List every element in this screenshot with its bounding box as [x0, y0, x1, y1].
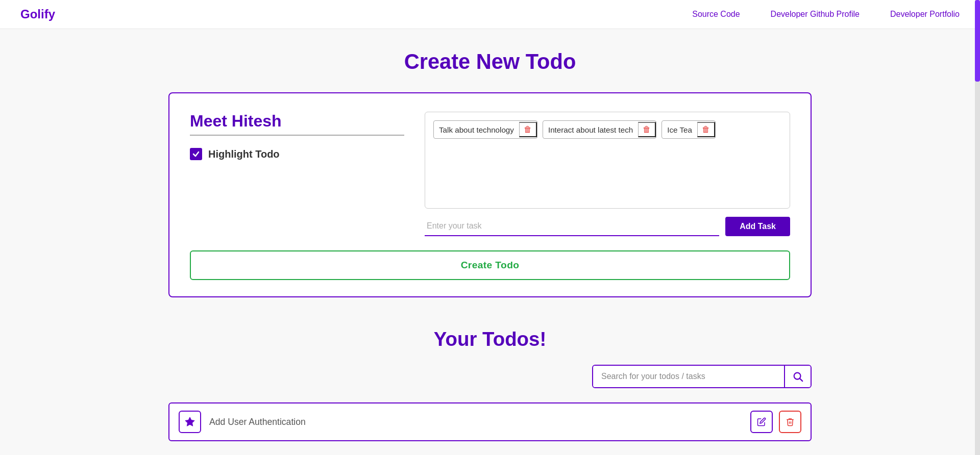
user-name: Meet Hitesh	[190, 112, 404, 136]
highlight-todo-checkbox[interactable]	[190, 148, 202, 160]
task-tag: Interact about latest tech🗑	[543, 120, 656, 139]
task-tag: Talk about technology🗑	[433, 120, 537, 139]
svg-marker-2	[185, 417, 194, 426]
navbar: Golify Source Code Developer Github Prof…	[0, 0, 980, 29]
trash-icon	[786, 417, 795, 426]
search-input[interactable]	[593, 366, 784, 387]
highlight-todo-container[interactable]: Highlight Todo	[190, 148, 404, 160]
todo-actions	[750, 411, 801, 433]
add-task-button[interactable]: Add Task	[725, 217, 790, 236]
main-content: Create New Todo Meet Hitesh Highlight To…	[158, 29, 822, 455]
card-left: Meet Hitesh Highlight Todo	[190, 112, 404, 236]
nav-links: Source Code Developer Github Profile Dev…	[692, 10, 960, 19]
task-tag-delete-button[interactable]: 🗑	[519, 122, 537, 137]
task-tag-text: Ice Tea	[662, 123, 697, 136]
trash-icon: 🗑	[524, 125, 532, 134]
todo-item-name: Add User Authentication	[209, 417, 742, 427]
tasks-display: Talk about technology🗑Interact about lat…	[425, 112, 790, 209]
checkmark-icon	[192, 150, 200, 158]
search-container	[592, 365, 812, 388]
task-tag-text: Talk about technology	[434, 123, 519, 136]
trash-icon: 🗑	[643, 125, 651, 134]
todos-section: Your Todos! Add User Authentication	[168, 328, 812, 441]
todo-edit-button[interactable]	[750, 411, 773, 433]
create-todo-card: Meet Hitesh Highlight Todo Talk about te…	[168, 92, 812, 297]
task-tag-text: Interact about latest tech	[543, 123, 638, 136]
scrollbar	[975, 0, 980, 455]
svg-line-1	[800, 378, 802, 381]
search-row	[168, 365, 812, 388]
edit-icon	[757, 417, 766, 426]
scrollbar-thumb	[975, 0, 980, 82]
card-right: Talk about technology🗑Interact about lat…	[425, 112, 790, 236]
task-tag-delete-button[interactable]: 🗑	[697, 122, 715, 137]
card-inner: Meet Hitesh Highlight Todo Talk about te…	[190, 112, 790, 236]
page-title: Create New Todo	[168, 49, 812, 74]
add-task-row: Add Task	[425, 217, 790, 236]
highlight-todo-label: Highlight Todo	[208, 148, 280, 160]
task-tag-delete-button[interactable]: 🗑	[638, 122, 656, 137]
search-icon	[792, 371, 803, 382]
search-button[interactable]	[784, 366, 811, 387]
star-icon	[184, 416, 195, 427]
dev-portfolio-link[interactable]: Developer Portfolio	[890, 10, 960, 19]
todo-item: Add User Authentication	[168, 402, 812, 441]
source-code-link[interactable]: Source Code	[692, 10, 740, 19]
create-todo-button[interactable]: Create Todo	[190, 250, 790, 280]
trash-icon: 🗑	[702, 125, 710, 134]
todo-delete-button[interactable]	[779, 411, 801, 433]
brand-logo[interactable]: Golify	[20, 7, 55, 21]
task-input[interactable]	[425, 217, 719, 236]
todo-star-button[interactable]	[179, 411, 201, 433]
task-tag: Ice Tea🗑	[662, 120, 716, 139]
dev-github-link[interactable]: Developer Github Profile	[771, 10, 860, 19]
todos-title: Your Todos!	[434, 328, 546, 350]
